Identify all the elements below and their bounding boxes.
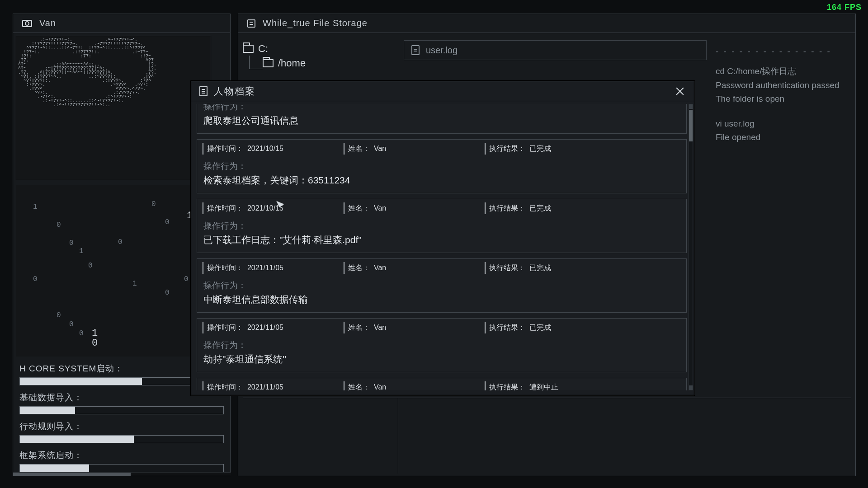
log-entry[interactable]: 操作时间： 2021/10/15姓名： Van执行结果： 已完成操作行为：爬取泰… [197,104,687,134]
path-text: user.log [426,45,458,56]
action-label: 操作行为： [203,104,680,113]
identity-icon [22,20,32,27]
progress-fill [20,378,142,385]
entry-body: 操作行为：中断泰坦信息部数据传输 [197,277,686,312]
scroll-up-arrow[interactable] [689,104,693,109]
status-row: 行动规则导入： [19,421,232,443]
tree-connector [249,56,263,69]
document-icon [199,86,208,96]
action-text: 已下载工作日志："艾什莉·科里森.pdf" [203,234,680,246]
folder-icon [243,45,254,53]
tree-label: C: [258,43,268,55]
entry-head: 操作时间： 2021/11/05姓名： Van执行结果： 遭到中止 [197,378,686,390]
entry-body: 操作行为：已下载工作日志："艾什莉·科里森.pdf" [197,217,686,253]
divider-v [398,398,398,474]
right-title: While_true File Storage [263,18,368,28]
entry-head: 操作时间： 2021/11/05姓名： Van执行结果： 已完成 [197,259,686,277]
path-bar[interactable]: user.log [404,40,707,60]
progress-bar [19,406,224,414]
log-entry[interactable]: 操作时间： 2021/11/05姓名： Van执行结果： 已完成操作行为：中断泰… [197,258,687,313]
matrix-anim: 1 0 0 0 0 0 1 0 0 1 0 0 1 0 0 0 1 0 0 [16,185,211,357]
divider-h [243,398,851,398]
action-text: 劫持"泰坦通信系统" [203,353,680,366]
folder-icon [263,59,274,67]
log-entry[interactable]: 操作时间： 2021/11/05姓名： Van执行结果： 遭到中止操作行为： [197,378,687,390]
console-line: vi user.log [716,117,851,131]
action-label: 操作行为： [203,220,680,232]
entry-head: 操作时间： 2021/11/05姓名： Van执行结果： 已完成 [197,319,686,337]
action-label: 操作行为： [203,280,680,291]
modal-title: 人物档案 [214,85,255,98]
left-header: Van [13,14,230,33]
file-tree: C: /home [243,40,396,72]
log-entry[interactable]: 操作时间： 2021/10/15姓名： Van执行结果： 已完成操作行为：已下载… [197,199,687,253]
console-line: cd C:/home/操作日志 [716,65,851,78]
entry-head: 操作时间： 2021/10/15姓名： Van执行结果： 已完成 [197,140,686,158]
right-header: While_true File Storage [238,14,855,33]
progress-bar [19,435,224,443]
entry-body: 操作行为：检索泰坦档案，关键词：63511234 [197,158,686,193]
close-icon[interactable] [674,85,686,97]
storage-icon [247,19,255,28]
tree-label: /home [278,57,306,69]
console-sep: - - - - - - - - - - - - - - - [716,45,851,58]
progress-fill [20,465,89,472]
tree-node-root[interactable]: C: [243,43,396,55]
console-line: File opened [716,131,851,144]
left-scrollbar[interactable] [13,472,231,476]
entry-head: 操作时间： 2021/10/15姓名： Van执行结果： 已完成 [197,199,686,217]
status-label: 框架系统启动： [19,450,232,461]
modal-scrollbar[interactable] [689,104,693,390]
console-line: The folder is open [716,92,851,106]
scroll-thumb[interactable] [689,110,693,141]
ascii-portrait: .:~!7777!~:. .^~!77?7!~^. :!7?777!!!!77?… [16,36,211,180]
status-label: 行动规则导入： [19,421,232,432]
log-entry[interactable]: 操作时间： 2021/10/15姓名： Van执行结果： 已完成操作行为：检索泰… [197,139,687,193]
action-label: 操作行为： [203,339,680,351]
entry-body: 操作行为：爬取泰坦公司通讯信息 [197,104,686,133]
progress-bar [19,464,224,472]
progress-fill [20,407,75,414]
fps-counter: 164 FPS [827,3,862,12]
progress-fill [20,436,134,443]
tree-node-home[interactable]: /home [263,57,396,69]
action-text: 爬取泰坦公司通讯信息 [203,114,680,127]
modal-header: 人物档案 [191,81,694,101]
file-icon [411,45,420,55]
modal-scroll-area[interactable]: 操作时间： 2021/10/15姓名： Van执行结果： 已完成操作行为：爬取泰… [197,104,687,390]
left-title: Van [39,18,56,28]
console-line: Password authentication passed [716,79,851,92]
log-entry[interactable]: 操作时间： 2021/11/05姓名： Van执行结果： 已完成操作行为：劫持"… [197,318,687,372]
console-log: - - - - - - - - - - - - - - - cd C:/home… [716,45,851,144]
profile-modal: 人物档案 操作时间： 2021/10/15姓名： Van执行结果： 已完成操作行… [191,81,694,395]
action-text: 检索泰坦档案，关键词：63511234 [203,174,680,187]
action-text: 中断泰坦信息部数据传输 [203,293,680,306]
left-scrollbar-thumb[interactable] [13,473,131,476]
entry-body: 操作行为：劫持"泰坦通信系统" [197,337,686,372]
status-row: 框架系统启动： [19,450,232,472]
scroll-down-arrow[interactable] [689,385,693,390]
action-label: 操作行为： [203,160,680,172]
